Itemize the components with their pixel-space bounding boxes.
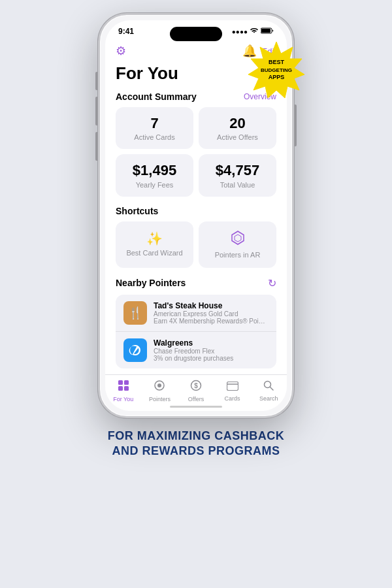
volume-silent-button: [95, 72, 97, 90]
starburst-badge: BEST BUDGETING APPS: [247, 41, 306, 102]
svg-text:$: $: [194, 382, 198, 389]
status-bar: 9:41 ●●●●: [105, 20, 287, 39]
tab-offers[interactable]: $ Offers: [178, 380, 214, 402]
cards-label: Cards: [225, 395, 240, 402]
power-button: [295, 105, 297, 146]
volume-up-button: [95, 97, 97, 125]
total-value-card[interactable]: $4,757 Total Value: [199, 154, 276, 196]
signal-icon: ●●●●: [232, 28, 248, 35]
search-icon: [263, 380, 274, 394]
best-card-wizard-shortcut[interactable]: ✨ Best Card Wizard: [116, 221, 193, 268]
battery-icon: [261, 27, 274, 35]
shortcuts-grid: ✨ Best Card Wizard Pointers in AR: [116, 221, 276, 268]
active-offers-value: 20: [206, 115, 269, 132]
nearby-list: 🍴 Tad's Steak House American Express Gol…: [116, 295, 276, 368]
svg-rect-12: [227, 382, 238, 391]
bottom-text-line2: AND REWARDS PROGRAMS: [108, 444, 285, 459]
list-item[interactable]: Walgreens Chase Freedom Flex 3% on drugs…: [116, 332, 276, 368]
svg-line-15: [270, 387, 274, 391]
svg-text:BUDGETING: BUDGETING: [261, 67, 292, 73]
nearby-header: Nearby Pointers ↻: [116, 277, 276, 289]
for-you-label: For You: [113, 396, 133, 402]
tab-for-you[interactable]: For You: [105, 380, 142, 402]
starburst-svg: BEST BUDGETING APPS: [247, 41, 306, 99]
pointers-label: Pointers: [149, 396, 171, 402]
walgreens-offer: 3% on drugstore purchases: [154, 355, 269, 362]
status-time: 9:41: [118, 27, 134, 36]
walgreens-info: Walgreens Chase Freedom Flex 3% on drugs…: [154, 338, 269, 362]
refresh-icon[interactable]: ↻: [268, 277, 276, 289]
walgreens-card: Chase Freedom Flex: [154, 348, 269, 355]
steakhouse-name: Tad's Steak House: [154, 301, 269, 310]
home-indicator: [170, 406, 222, 408]
nearby-label: Nearby Pointers: [116, 278, 186, 288]
steakhouse-logo: 🍴: [123, 301, 147, 325]
list-item[interactable]: 🍴 Tad's Steak House American Express Gol…: [116, 295, 276, 332]
svg-text:BEST: BEST: [269, 59, 285, 65]
active-cards-value: 7: [123, 115, 186, 132]
search-label: Search: [259, 395, 278, 402]
tab-pointers[interactable]: Pointers: [142, 380, 178, 402]
total-value-value: $4,757: [206, 162, 269, 179]
steakhouse-offer: Earn 4X Membership Rewards® Points at...: [154, 318, 269, 325]
svg-rect-6: [118, 386, 123, 391]
phone-wrapper: 9:41 ●●●● ⚙ 🔔: [98, 13, 294, 418]
svg-rect-1: [261, 29, 270, 33]
yearly-fees-card[interactable]: $1,495 Yearly Fees: [116, 154, 193, 196]
for-you-icon: [118, 380, 129, 395]
svg-marker-2: [232, 231, 244, 244]
svg-rect-4: [118, 380, 123, 385]
ar-label: Pointers in AR: [205, 251, 270, 259]
offers-label: Offers: [188, 396, 204, 402]
shortcuts-header: Shortcuts: [116, 206, 276, 216]
bottom-text: FOR MAXIMIZING CASHBACK AND REWARDS PROG…: [95, 429, 298, 459]
svg-rect-7: [124, 386, 129, 391]
cards-icon: [227, 380, 238, 394]
total-value-label: Total Value: [206, 181, 269, 189]
steakhouse-info: Tad's Steak House American Express Gold …: [154, 301, 269, 325]
wifi-icon: [250, 27, 258, 35]
walgreens-name: Walgreens: [154, 338, 269, 348]
svg-text:APPS: APPS: [269, 74, 285, 80]
settings-icon[interactable]: ⚙: [116, 44, 126, 58]
active-offers-card[interactable]: 20 Active Offers: [199, 107, 276, 149]
wizard-label: Best Card Wizard: [122, 249, 187, 257]
svg-marker-3: [235, 235, 241, 242]
stats-grid: 7 Active Cards 20 Active Offers $1,495 Y…: [116, 107, 276, 197]
volume-down-button: [95, 132, 97, 161]
offers-icon: $: [190, 380, 202, 395]
account-summary-label: Account Summary: [116, 91, 197, 102]
active-cards-card[interactable]: 7 Active Cards: [116, 107, 193, 149]
yearly-fees-label: Yearly Fees: [123, 181, 186, 189]
svg-rect-5: [124, 380, 129, 385]
steakhouse-card: American Express Gold Card: [154, 310, 269, 318]
walgreens-logo: [123, 338, 147, 362]
dynamic-island: [170, 27, 222, 41]
active-offers-label: Active Offers: [206, 133, 269, 141]
bottom-text-line1: FOR MAXIMIZING CASHBACK: [108, 429, 285, 444]
yearly-fees-value: $1,495: [123, 162, 186, 179]
status-icons: ●●●●: [232, 27, 274, 35]
tab-cards[interactable]: Cards: [214, 380, 251, 402]
svg-point-9: [157, 384, 161, 387]
tab-search[interactable]: Search: [250, 380, 287, 402]
wizard-icon: ✨: [122, 231, 187, 246]
shortcuts-label: Shortcuts: [116, 206, 158, 216]
active-cards-label: Active Cards: [123, 133, 186, 141]
pointers-icon: [154, 380, 165, 395]
ar-icon: [205, 231, 270, 248]
pointers-ar-shortcut[interactable]: Pointers in AR: [199, 221, 276, 268]
